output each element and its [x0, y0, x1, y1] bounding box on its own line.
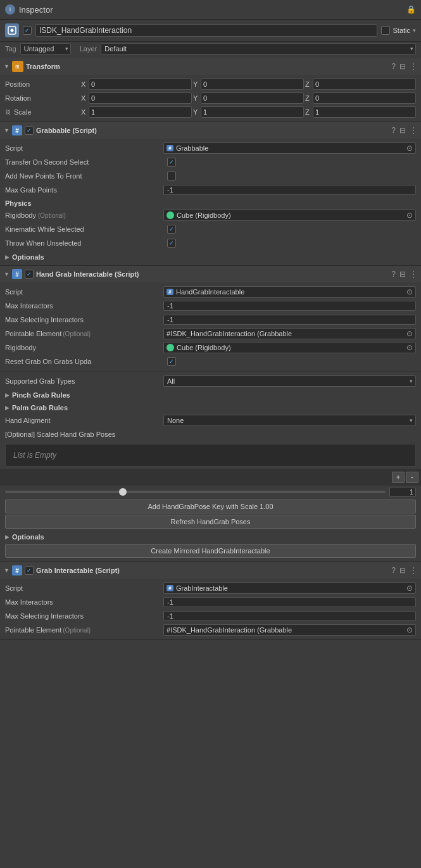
hgi-rigidbody-green-dot	[167, 344, 174, 351]
hand-grab-interactable-header[interactable]: ▼ # Hand Grab Interactable (Script) ? ⊟ …	[0, 266, 421, 282]
position-x-input[interactable]	[89, 79, 192, 90]
grabbable-rigidbody-select-icon[interactable]: ⊙	[406, 211, 413, 220]
max-grab-points-input[interactable]	[163, 185, 416, 195]
hgi-refresh-btn[interactable]: Refresh HandGrab Poses	[5, 515, 416, 529]
transform-settings-icon[interactable]: ⊟	[399, 62, 406, 71]
throw-when-unselected-checkbox[interactable]	[167, 239, 176, 248]
hgi-hand-alignment-dropdown-wrap[interactable]: None	[163, 415, 416, 426]
scale-link-icon[interactable]: ⛓	[5, 109, 11, 115]
grabbable-menu-icon[interactable]: ⋮	[410, 126, 417, 135]
hgi-script-hash: #	[167, 289, 173, 295]
transform-icon: ⊞	[12, 61, 23, 72]
gi-pointable-element-field: # ISDK_HandGrabInteraction (Grabbable ⊙	[163, 624, 416, 636]
scale-x-input[interactable]	[89, 106, 192, 118]
hgi-rigidbody-select-icon[interactable]: ⊙	[406, 343, 413, 352]
rotation-z-field: Z	[305, 92, 416, 104]
hgi-rigidbody-row: Rigidbody Cube (Rigidbody) ⊙	[0, 341, 421, 355]
grabbable-help-icon[interactable]: ?	[391, 126, 396, 135]
static-checkbox[interactable]	[381, 26, 390, 35]
rotation-z-input[interactable]	[313, 92, 416, 104]
position-z-input[interactable]	[313, 79, 416, 90]
position-row: Position X Y Z	[0, 77, 421, 91]
hgi-reset-grab-row: Reset Grab On Grabs Upda	[0, 355, 421, 368]
gi-enabled-checkbox[interactable]	[25, 566, 34, 575]
grabbable-script-label: Script	[5, 144, 163, 152]
kinematic-while-selected-label: Kinematic While Selected	[5, 225, 163, 233]
hgi-max-interactors-input[interactable]	[163, 301, 416, 311]
hgi-max-interactors-row: Max Interactors	[0, 299, 421, 313]
grab-interactable-header[interactable]: ▼ # Grab Interactable (Script) ? ⊟ ⋮	[0, 562, 421, 579]
position-xyz-fields: X Y Z	[81, 79, 416, 90]
active-checkbox[interactable]	[23, 26, 32, 35]
grabbable-enabled-checkbox[interactable]	[25, 126, 34, 135]
hgi-settings-icon[interactable]: ⊟	[399, 270, 406, 279]
position-label: Position	[5, 80, 81, 88]
hgi-optionals-tri: ▶	[5, 534, 9, 540]
hgi-max-selecting-input[interactable]	[163, 315, 416, 325]
grabbable-settings-icon[interactable]: ⊟	[399, 126, 406, 135]
hgi-pointable-element-label: Pointable Element (Optional)	[5, 330, 163, 337]
throw-when-unselected-label: Throw When Unselected	[5, 239, 163, 247]
hgi-palm-grab-rules-subsection[interactable]: ▶ Palm Grab Rules	[0, 401, 421, 413]
hgi-supported-grab-types-select[interactable]: All	[163, 375, 416, 387]
lock-icon[interactable]: 🔒	[406, 4, 416, 15]
transform-title: Transform	[26, 63, 389, 70]
rotation-y-input[interactable]	[201, 92, 304, 104]
hgi-hand-alignment-select[interactable]: None	[163, 415, 416, 426]
scale-y-input[interactable]	[201, 106, 304, 118]
hgi-pinch-grab-rules-subsection[interactable]: ▶ Pinch Grab Rules	[0, 388, 421, 401]
hgi-slider-thumb[interactable]	[119, 488, 127, 496]
layer-select[interactable]: Default	[101, 43, 416, 54]
hgi-slider-track[interactable]	[5, 491, 386, 493]
scale-y-axis: Y	[193, 108, 199, 116]
gi-pointable-select-icon[interactable]: ⊙	[406, 626, 413, 634]
grabbable-script-select-icon[interactable]: ⊙	[406, 144, 413, 153]
hgi-list-remove-btn[interactable]: -	[406, 472, 418, 483]
rotation-x-input[interactable]	[89, 92, 192, 104]
tag-select[interactable]: Untagged	[20, 43, 71, 54]
hgi-collapse-icon: ▼	[4, 271, 9, 277]
gi-collapse-icon: ▼	[4, 567, 9, 574]
hgi-script-field: # HandGrabInteractable ⊙	[163, 286, 416, 298]
hgi-optionals-subsection[interactable]: ▶ Optionals	[0, 530, 421, 543]
position-y-input[interactable]	[201, 79, 304, 90]
hgi-hand-alignment-label: Hand Aligment	[5, 417, 163, 424]
grabbable-optionals-subsection[interactable]: ▶ Optionals	[0, 250, 421, 263]
static-dropdown-arrow[interactable]: ▾	[413, 27, 416, 34]
scale-z-input[interactable]	[313, 106, 416, 118]
hgi-script-select-icon[interactable]: ⊙	[406, 287, 413, 296]
grabbable-section-header[interactable]: ▼ # Grabbable (Script) ? ⊟ ⋮	[0, 122, 421, 139]
transfer-on-second-select-checkbox[interactable]	[167, 158, 176, 167]
add-new-points-checkbox[interactable]	[167, 172, 176, 180]
position-z-field: Z	[305, 79, 416, 90]
transform-section-header[interactable]: ▼ ⊞ Transform ? ⊟ ⋮	[0, 58, 421, 75]
hgi-slider-value-input[interactable]	[389, 487, 416, 497]
gi-settings-icon[interactable]: ⊟	[399, 566, 406, 575]
transform-help-icon[interactable]: ?	[391, 62, 396, 71]
hgi-list-add-btn[interactable]: +	[392, 472, 405, 483]
gi-menu-icon[interactable]: ⋮	[410, 566, 417, 575]
inspector-icon: i	[5, 4, 15, 15]
gi-help-icon[interactable]: ?	[391, 566, 396, 575]
hgi-supported-grab-types-dropdown-wrap[interactable]: All	[163, 375, 416, 387]
kinematic-while-selected-checkbox[interactable]	[167, 225, 176, 234]
hgi-help-icon[interactable]: ?	[391, 270, 396, 279]
hgi-enabled-checkbox[interactable]	[25, 270, 34, 279]
hgi-pointable-select-icon[interactable]: ⊙	[406, 329, 413, 338]
gi-max-interactors-input[interactable]	[163, 597, 416, 607]
hgi-reset-grab-checkbox[interactable]	[167, 357, 176, 366]
grabbable-optionals-tri: ▶	[5, 254, 9, 260]
hgi-menu-icon[interactable]: ⋮	[410, 270, 417, 279]
gameobject-active-toggle[interactable]	[23, 26, 32, 35]
hgi-add-handgrabpose-btn[interactable]: Add HandGrabPose Key with Scale 1.00	[5, 500, 416, 513]
transfer-on-second-select-label: Transfer On Second Select	[5, 158, 163, 166]
transform-menu-icon[interactable]: ⋮	[410, 62, 417, 71]
hgi-supported-grab-types-label: Supported Grab Types	[5, 377, 163, 385]
layer-select-wrap[interactable]: Default	[101, 43, 416, 54]
tag-select-wrap[interactable]: Untagged	[20, 43, 71, 54]
hgi-create-mirrored-btn[interactable]: Create Mirrored HandGrabInteractable	[5, 544, 416, 558]
hgi-title: Hand Grab Interactable (Script)	[36, 270, 389, 278]
gi-max-selecting-input[interactable]	[163, 611, 416, 621]
gameobject-name-input[interactable]	[35, 24, 377, 37]
gi-script-select-icon[interactable]: ⊙	[406, 584, 413, 593]
